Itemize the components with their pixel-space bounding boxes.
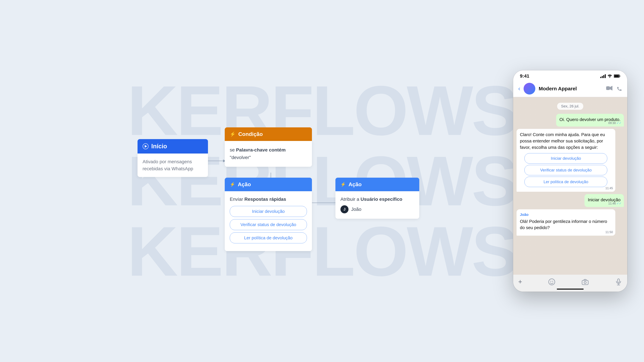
contact-avatar — [524, 83, 535, 94]
start-node: Início Ativado por mensagens recebidas v… — [138, 139, 208, 177]
svg-rect-10 — [606, 86, 610, 90]
action-1-icon: ⚡ — [230, 182, 235, 187]
action-2-label: Atribuir a Usuário específico — [340, 197, 414, 202]
agent-text-1: Olá! Poderia por gentileza informar o nú… — [520, 219, 607, 230]
agent-message-1: João Olá! Poderia por gentileza informar… — [516, 209, 615, 236]
header-action-icons — [606, 86, 622, 91]
action-node-2: ⚡ Ação Atribuir a Usuário específico J J… — [336, 178, 419, 219]
status-time: 9:41 — [520, 73, 529, 79]
condition-value: "devolver" — [230, 155, 251, 160]
action-node-2-body: Atribuir a Usuário específico J João — [336, 191, 419, 219]
svg-rect-15 — [582, 280, 588, 285]
msg-time-3: 11:46 ✓✓ — [608, 201, 622, 206]
start-node-title: Início — [151, 143, 167, 150]
svg-point-16 — [584, 281, 586, 284]
read-receipt-2: ✓✓ — [616, 201, 622, 206]
svg-marker-11 — [610, 86, 612, 90]
read-receipt-1: ✓✓ — [616, 121, 622, 125]
workflow-canvas: Início Ativado por mensagens recebidas v… — [138, 106, 506, 256]
chat-qr-btn-3[interactable]: Ler política de devolução — [524, 177, 607, 187]
chat-qr-btn-2[interactable]: Verificar status de devolução — [524, 165, 607, 175]
chat-quick-replies: Iniciar devolução Verificar status de de… — [520, 153, 612, 187]
plus-icon[interactable]: + — [518, 278, 522, 286]
chat-qr-btn-1[interactable]: Iniciar devolução — [524, 153, 607, 164]
status-bar: 9:41 — [513, 70, 627, 80]
start-node-header: Início — [138, 139, 208, 153]
action-1-label: Enviar Respostas rápidas — [230, 197, 307, 202]
contact-name: Modern Apparel — [539, 86, 603, 91]
svg-point-13 — [550, 281, 552, 282]
emoji-icon[interactable] — [548, 278, 556, 286]
outgoing-message-2: Iniciar devolução 11:46 ✓✓ — [584, 194, 624, 207]
condition-node: ⚡ Condição se Palavra-chave contém "devo… — [225, 127, 312, 167]
svg-point-12 — [549, 279, 555, 285]
condition-node-header: ⚡ Condição — [225, 127, 312, 141]
msg-time-1: 09:30 ✓✓ — [608, 121, 622, 125]
start-node-body: Ativado por mensagens recebidas via What… — [138, 153, 208, 177]
action-node-2-title: Ação — [348, 181, 362, 188]
user-assign-row: J João — [340, 205, 414, 213]
video-call-icon[interactable] — [606, 86, 612, 90]
action-2-prefix: Atribuir a — [340, 197, 360, 202]
voice-call-icon[interactable] — [616, 86, 622, 91]
action-node-1-title: Ação — [238, 181, 251, 188]
back-button[interactable]: ‹ — [518, 85, 520, 92]
svg-rect-8 — [620, 75, 620, 77]
signal-icon — [600, 74, 606, 78]
svg-rect-9 — [614, 75, 619, 77]
msg-time-4: 11:50 — [606, 230, 613, 234]
quick-reply-btn-1[interactable]: Iniciar devolução — [230, 206, 307, 217]
action-1-prefix: Enviar — [230, 197, 244, 202]
start-play-icon — [142, 143, 148, 149]
quick-reply-btn-2[interactable]: Verificar status de devolução — [230, 219, 307, 230]
user-name: João — [351, 207, 362, 212]
svg-rect-17 — [618, 279, 619, 282]
date-badge: Sex, 26 jul. — [557, 103, 584, 110]
user-initial: J — [344, 207, 346, 212]
whatsapp-header: ‹ Modern Apparel — [513, 80, 627, 97]
msg-time-2: 11:45 — [606, 186, 613, 190]
status-icons — [600, 74, 620, 78]
action-2-icon: ⚡ — [340, 182, 346, 187]
home-indicator — [557, 289, 584, 290]
condition-node-body: se Palavra-chave contém "devolver" — [225, 141, 312, 167]
user-avatar: J — [340, 205, 348, 213]
svg-point-6 — [610, 77, 610, 78]
incoming-message-1: Claro! Conte com minha ajuda. Para que e… — [516, 129, 615, 192]
condition-node-title: Condição — [238, 131, 263, 137]
action-node-1-header: ⚡ Ação — [225, 178, 312, 191]
agent-name: João — [520, 212, 612, 217]
start-node-description: Ativado por mensagens recebidas via What… — [142, 159, 193, 171]
svg-point-14 — [552, 281, 553, 282]
battery-icon — [614, 74, 620, 78]
camera-icon[interactable] — [582, 278, 589, 286]
action-node-1: ⚡ Ação Enviar Respostas rápidas Iniciar … — [225, 178, 312, 251]
main-content: Início Ativado por mensagens recebidas v… — [0, 0, 644, 362]
condition-prefix: se — [230, 147, 236, 152]
chat-area: Sex, 26 jul. Oi. Quero devolver um produ… — [513, 97, 627, 275]
condition-keyword: Palavra-chave contém — [236, 147, 286, 152]
condition-icon: ⚡ — [230, 131, 236, 137]
phone-mockup: 9:41 — [513, 70, 627, 292]
quick-reply-btn-3[interactable]: Ler política de devolução — [230, 232, 307, 243]
incoming-text-1: Claro! Conte com minha ajuda. Para que e… — [520, 132, 605, 150]
microphone-icon[interactable] — [615, 278, 622, 286]
outgoing-message-1: Oi. Quero devolver um produto. 09:30 ✓✓ — [556, 114, 624, 126]
wifi-icon — [608, 74, 612, 78]
action-node-1-body: Enviar Respostas rápidas Iniciar devoluç… — [225, 191, 312, 251]
action-2-strong: Usuário específico — [360, 197, 402, 202]
action-node-2-header: ⚡ Ação — [336, 178, 419, 191]
action-1-strong: Respostas rápidas — [244, 197, 286, 202]
